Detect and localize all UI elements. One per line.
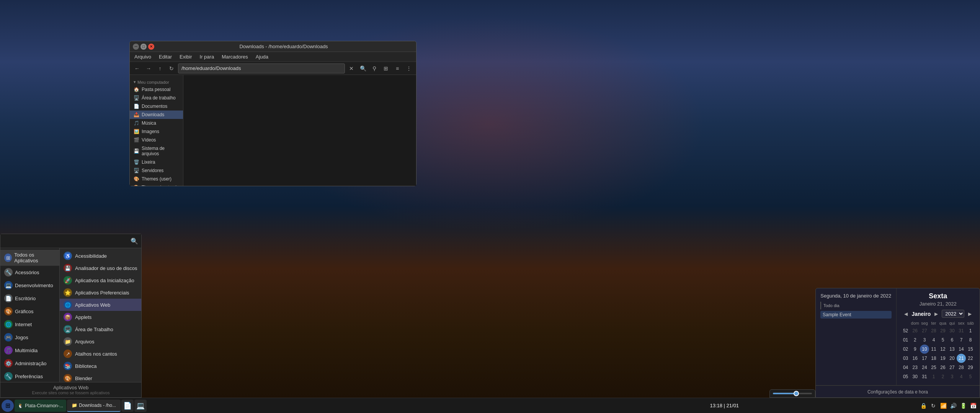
app-disk-analyzer[interactable]: 💾 Analisador de uso de discos bbox=[60, 262, 141, 274]
app-preferred[interactable]: ⭐ Aplicativos Preferenciais bbox=[60, 286, 141, 299]
cat-acessorios[interactable]: 🔧 Acessórios bbox=[0, 266, 59, 279]
nav-sistema[interactable]: 💾Sistema de arquivos bbox=[130, 144, 183, 158]
cal-day-cell[interactable]: 20 bbox=[947, 354, 957, 363]
cal-day-cell[interactable]: 31 bbox=[957, 326, 966, 335]
cal-day-cell[interactable]: 29 bbox=[938, 326, 947, 335]
search-toggle[interactable]: ⚲ bbox=[369, 63, 379, 73]
cal-day-cell[interactable]: 21 bbox=[957, 354, 966, 363]
nav-downloads[interactable]: 📥Downloads bbox=[130, 111, 183, 119]
cal-day-cell[interactable]: 10 bbox=[920, 345, 929, 354]
tray-update-icon[interactable]: ↻ bbox=[929, 402, 937, 410]
tray-battery-icon[interactable]: 🔋 bbox=[959, 402, 967, 410]
cal-day-cell[interactable]: 22 bbox=[966, 354, 975, 363]
cal-day-cell[interactable]: 23 bbox=[910, 363, 920, 372]
cal-day-cell[interactable]: 9 bbox=[910, 345, 920, 354]
nav-themes-system[interactable]: 🎨Themes (system) bbox=[130, 183, 183, 186]
cat-graficos[interactable]: 🎨 Gráficos bbox=[0, 305, 59, 318]
cal-day-cell[interactable]: 18 bbox=[929, 354, 938, 363]
cat-todos[interactable]: ⊞ Todos os Aplicativos bbox=[0, 250, 59, 266]
cal-day-cell[interactable]: 27 bbox=[947, 363, 957, 372]
app-desktop[interactable]: 🖥️ Área de Trabalho bbox=[60, 323, 141, 335]
cal-day-cell[interactable]: 29 bbox=[966, 363, 975, 372]
nav-themes-user[interactable]: 🎨Themes (user) bbox=[130, 175, 183, 183]
file-main-pane[interactable] bbox=[183, 75, 416, 186]
tray-network-icon[interactable]: 📶 bbox=[939, 402, 947, 410]
cal-day-cell[interactable]: 6 bbox=[947, 335, 957, 345]
volume-thumb[interactable] bbox=[794, 391, 799, 396]
cal-day-cell[interactable]: 28 bbox=[929, 326, 938, 335]
cal-day-cell[interactable]: 26 bbox=[938, 363, 947, 372]
cal-next-year[interactable]: ▶ bbox=[967, 311, 973, 317]
taskbar-clock[interactable]: 13:18 | 21/01 bbox=[710, 403, 739, 408]
cal-next-month[interactable]: ▶ bbox=[933, 311, 939, 317]
refresh-button[interactable]: ↻ bbox=[167, 63, 176, 73]
minimize-button[interactable]: ─ bbox=[133, 44, 139, 50]
back-button[interactable]: ← bbox=[132, 63, 142, 73]
cal-day-cell[interactable]: 2 bbox=[938, 372, 947, 381]
maximize-button[interactable]: □ bbox=[140, 44, 147, 50]
app-search-input[interactable] bbox=[3, 237, 131, 245]
cal-day-cell[interactable]: 17 bbox=[920, 354, 929, 363]
search-button[interactable]: 🔍 bbox=[358, 63, 368, 73]
cal-day-cell[interactable]: 4 bbox=[957, 372, 966, 381]
cal-day-cell[interactable]: 5 bbox=[966, 372, 975, 381]
tray-volume-icon[interactable]: 🔊 bbox=[949, 402, 957, 410]
tray-calendar-icon[interactable]: 📅 bbox=[969, 402, 977, 410]
cal-day-cell[interactable]: 25 bbox=[929, 363, 938, 372]
cal-day-cell[interactable]: 28 bbox=[957, 363, 966, 372]
list-view[interactable]: ≡ bbox=[392, 63, 402, 73]
up-button[interactable]: ↑ bbox=[155, 63, 165, 73]
app-arquivos[interactable]: 📁 Arquivos bbox=[60, 335, 141, 348]
cal-day-cell[interactable]: 24 bbox=[920, 363, 929, 372]
cal-day-cell[interactable]: 16 bbox=[910, 354, 920, 363]
tray-lock-icon[interactable]: 🔒 bbox=[920, 402, 927, 410]
nav-area-trabalho[interactable]: 🖥️Área de trabalho bbox=[130, 94, 183, 102]
cal-day-cell[interactable]: 30 bbox=[947, 326, 957, 335]
cat-preferencias[interactable]: 🔧 Preferências bbox=[0, 370, 59, 382]
app-startup[interactable]: 🚀 Aplicativos da Inicialização bbox=[60, 274, 141, 286]
nav-pasta-pessoal[interactable]: 🏠Pasta pessoal bbox=[130, 85, 183, 94]
cal-year-select[interactable]: 2022 bbox=[942, 310, 964, 318]
cal-day-cell[interactable]: 5 bbox=[938, 335, 947, 345]
cat-escritorio[interactable]: 📄 Escritório bbox=[0, 292, 59, 305]
cat-desenvolvimento[interactable]: 💻 Desenvolvimento bbox=[0, 279, 59, 292]
app-web-apps[interactable]: 🌐 Aplicativos Web bbox=[60, 299, 141, 311]
cal-day-cell[interactable]: 31 bbox=[920, 372, 929, 381]
cal-day-cell[interactable]: 1 bbox=[966, 326, 975, 335]
menu-ajuda[interactable]: Ajuda bbox=[254, 53, 270, 60]
cal-day-cell[interactable]: 8 bbox=[966, 335, 975, 345]
forward-button[interactable]: → bbox=[144, 63, 154, 73]
cal-day-cell[interactable]: 3 bbox=[920, 335, 929, 345]
app-biblioteca[interactable]: 📚 Biblioteca bbox=[60, 360, 141, 372]
cal-prev-month[interactable]: ◀ bbox=[903, 311, 909, 317]
nav-imagens[interactable]: 🖼️Imagens bbox=[130, 127, 183, 136]
menu-exibir[interactable]: Exibir bbox=[178, 53, 194, 60]
cat-internet[interactable]: 🌐 Internet bbox=[0, 318, 59, 331]
cat-administracao[interactable]: ⚙️ Administração bbox=[0, 357, 59, 370]
cal-day-cell[interactable]: 4 bbox=[929, 335, 938, 345]
cal-day-cell[interactable]: 14 bbox=[957, 345, 966, 354]
nav-servidores[interactable]: 🖥️Servidores bbox=[130, 166, 183, 175]
app-acessibilidade[interactable]: ♿ Acessibilidade bbox=[60, 250, 141, 262]
menu-marcadores[interactable]: Marcadores bbox=[220, 53, 250, 60]
taskbar-menu-button[interactable]: ⊞ bbox=[2, 400, 14, 412]
cal-day-cell[interactable]: 12 bbox=[938, 345, 947, 354]
cat-jogos[interactable]: 🎮 Jogos bbox=[0, 331, 59, 344]
cal-day-cell[interactable]: 3 bbox=[947, 372, 957, 381]
cal-day-cell[interactable]: 19 bbox=[938, 354, 947, 363]
grid-view[interactable]: ⊞ bbox=[381, 63, 391, 73]
taskbar-item-terminal[interactable]: 💻 bbox=[134, 400, 147, 412]
cal-day-cell[interactable]: 2 bbox=[910, 335, 920, 345]
address-bar[interactable]: /home/eduardo/Downloads bbox=[178, 63, 345, 73]
nav-videos[interactable]: 🎬Vídeos bbox=[130, 136, 183, 144]
nav-documentos[interactable]: 📄Documentos bbox=[130, 102, 183, 111]
cat-multimidia[interactable]: 🎵 Multimídia bbox=[0, 344, 59, 357]
cal-day-cell[interactable]: 1 bbox=[929, 372, 938, 381]
nav-lixeira[interactable]: 🗑️Lixeira bbox=[130, 158, 183, 166]
menu-arquivo[interactable]: Arquivo bbox=[133, 53, 153, 60]
app-atalhos[interactable]: ↗ Atalhos nos cantos bbox=[60, 348, 141, 360]
app-applets[interactable]: 📦 Applets bbox=[60, 311, 141, 323]
cal-day-cell[interactable]: 11 bbox=[929, 345, 938, 354]
app-blender[interactable]: 🎨 Blender bbox=[60, 372, 141, 382]
clear-search[interactable]: ✕ bbox=[346, 63, 356, 73]
